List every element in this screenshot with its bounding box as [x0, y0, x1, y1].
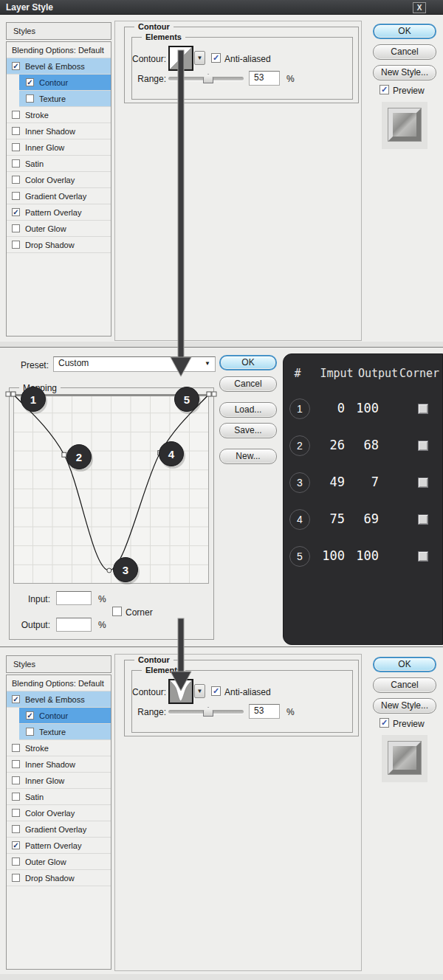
style-item-label: Blending Options: Default — [12, 679, 104, 688]
editor-ok-button[interactable]: OK — [219, 355, 277, 370]
output-field[interactable] — [56, 618, 92, 632]
style-item-checkbox[interactable] — [26, 94, 34, 103]
editor-load-button[interactable]: Load... — [219, 402, 277, 418]
style-item-drop-shadow[interactable]: Drop Shadow — [7, 237, 111, 253]
style-item-contour[interactable]: ✓Contour — [19, 75, 111, 91]
anti-aliased-checkbox-top[interactable]: ✓ — [211, 53, 221, 63]
point-output-value: 100 — [350, 548, 379, 563]
style-item-stroke[interactable]: Stroke — [7, 740, 111, 756]
point-row-2: 22668 — [284, 427, 442, 464]
range-value-field-bottom[interactable]: 53 — [249, 704, 280, 719]
preview-checkbox-bottom[interactable]: ✓ — [380, 718, 389, 728]
point-number-badge: 3 — [289, 472, 310, 493]
style-item-satin[interactable]: Satin — [7, 156, 111, 172]
style-item-checkbox[interactable] — [12, 192, 20, 200]
style-item-checkbox[interactable]: ✓ — [26, 78, 34, 86]
close-icon[interactable]: X — [413, 2, 426, 13]
editor-save-button[interactable]: Save... — [219, 423, 277, 438]
contour-dropdown-button-bottom[interactable]: ▼ — [194, 684, 205, 698]
point-input-value: 26 — [312, 438, 345, 452]
new-style-button-bottom[interactable]: New Style... — [373, 698, 436, 714]
style-item-label: Inner Shadow — [25, 760, 75, 769]
style-item-checkbox[interactable] — [12, 159, 20, 168]
style-item-checkbox[interactable] — [12, 760, 20, 768]
style-item-blending-options-default[interactable]: Blending Options: Default — [7, 675, 111, 691]
style-item-contour[interactable]: ✓Contour — [19, 708, 111, 724]
anti-aliased-checkbox-bottom[interactable]: ✓ — [211, 686, 221, 696]
point-corner-checkbox[interactable] — [418, 514, 428, 525]
svg-text:1: 1 — [30, 393, 36, 406]
cancel-button-bottom[interactable]: Cancel — [373, 677, 436, 693]
style-item-checkbox[interactable] — [12, 176, 20, 184]
style-item-checkbox[interactable] — [12, 874, 20, 882]
style-item-label: Gradient Overlay — [25, 825, 86, 834]
style-item-pattern-overlay[interactable]: ✓Pattern Overlay — [7, 838, 111, 854]
style-item-checkbox[interactable] — [12, 241, 20, 249]
point-output-value: 68 — [350, 438, 379, 452]
style-item-drop-shadow[interactable]: Drop Shadow — [7, 870, 111, 886]
title-bar[interactable]: Layer Style — [0, 0, 443, 15]
style-item-bevel-emboss[interactable]: ✓Bevel & Emboss — [7, 691, 111, 708]
style-item-color-overlay[interactable]: Color Overlay — [7, 805, 111, 821]
style-item-blending-options-default[interactable]: Blending Options: Default — [7, 42, 111, 58]
style-item-label: Bevel & Emboss — [25, 695, 85, 704]
range-value-field-top[interactable]: 53 — [249, 71, 280, 86]
style-item-outer-glow[interactable]: Outer Glow — [7, 854, 111, 870]
style-item-bevel-emboss[interactable]: ✓Bevel & Emboss — [7, 58, 111, 75]
preview-checkbox-top[interactable]: ✓ — [380, 85, 389, 94]
style-item-texture[interactable]: Texture — [19, 724, 111, 740]
style-item-checkbox[interactable] — [12, 224, 20, 232]
point-corner-checkbox[interactable] — [418, 477, 428, 488]
ok-button-top[interactable]: OK — [373, 24, 436, 39]
style-item-color-overlay[interactable]: Color Overlay — [7, 172, 111, 188]
mapping-curve-graph[interactable]: 12345 — [13, 394, 209, 584]
new-style-button-top[interactable]: New Style... — [373, 65, 436, 80]
style-item-checkbox[interactable] — [12, 858, 20, 866]
style-item-checkbox[interactable] — [12, 143, 20, 151]
style-item-checkbox[interactable]: ✓ — [12, 62, 20, 70]
style-item-label: Gradient Overlay — [25, 192, 86, 201]
style-item-checkbox[interactable] — [12, 809, 20, 817]
style-item-label: Inner Glow — [25, 776, 64, 785]
point-number-badge: 1 — [289, 398, 310, 419]
editor-new-button[interactable]: New... — [219, 449, 277, 464]
style-item-checkbox[interactable]: ✓ — [12, 695, 20, 703]
style-item-checkbox[interactable] — [12, 776, 20, 784]
ok-button-bottom[interactable]: OK — [373, 657, 436, 672]
points-annotation-panel: # Imput Output Corner 101002266834974756… — [283, 353, 443, 645]
contour-dropdown-button-top[interactable]: ▼ — [194, 51, 205, 65]
elements-group-bottom: Elements — [131, 670, 353, 733]
style-item-checkbox[interactable] — [12, 793, 20, 801]
style-item-outer-glow[interactable]: Outer Glow — [7, 221, 111, 237]
style-item-inner-glow[interactable]: Inner Glow — [7, 139, 111, 156]
style-item-checkbox[interactable]: ✓ — [26, 711, 34, 720]
style-item-inner-shadow[interactable]: Inner Shadow — [7, 123, 111, 139]
style-item-checkbox[interactable] — [12, 744, 20, 752]
point-corner-checkbox[interactable] — [418, 441, 428, 451]
contour-picker-label-bottom: Contour: — [131, 687, 166, 697]
style-item-texture[interactable]: Texture — [19, 91, 111, 107]
cancel-button-top[interactable]: Cancel — [373, 44, 436, 60]
style-item-checkbox[interactable] — [12, 825, 20, 833]
corner-checkbox[interactable] — [112, 607, 122, 616]
style-item-inner-shadow[interactable]: Inner Shadow — [7, 756, 111, 773]
style-item-checkbox[interactable] — [26, 728, 34, 736]
style-item-gradient-overlay[interactable]: Gradient Overlay — [7, 188, 111, 204]
style-item-pattern-overlay[interactable]: ✓Pattern Overlay — [7, 204, 111, 221]
style-item-satin[interactable]: Satin — [7, 789, 111, 805]
style-item-gradient-overlay[interactable]: Gradient Overlay — [7, 821, 111, 838]
style-item-label: Color Overlay — [25, 809, 75, 818]
range-slider-track-bottom[interactable] — [168, 710, 244, 714]
preset-dropdown-arrow-icon[interactable]: ▼ — [205, 360, 210, 367]
style-item-stroke[interactable]: Stroke — [7, 107, 111, 123]
style-item-inner-glow[interactable]: Inner Glow — [7, 773, 111, 789]
style-item-checkbox[interactable] — [12, 127, 20, 135]
point-corner-checkbox[interactable] — [418, 551, 428, 562]
style-item-checkbox[interactable]: ✓ — [12, 208, 20, 216]
point-corner-checkbox[interactable] — [418, 404, 428, 414]
preset-value: Custom — [58, 358, 89, 368]
input-field[interactable] — [56, 591, 92, 605]
editor-cancel-button[interactable]: Cancel — [219, 376, 277, 392]
style-item-checkbox[interactable] — [12, 111, 20, 119]
style-item-checkbox[interactable]: ✓ — [12, 841, 20, 849]
